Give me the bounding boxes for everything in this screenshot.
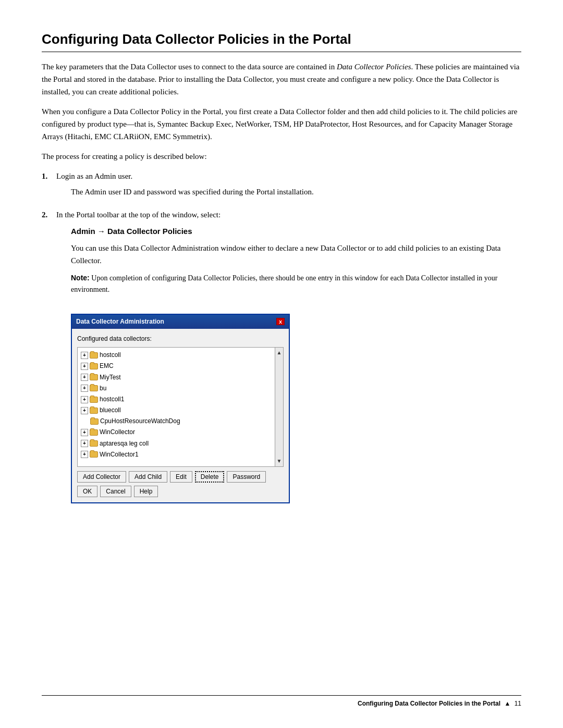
tree-label-mytest: MiyTest (100, 373, 121, 382)
page-footer: Configuring Data Collector Policies in t… (42, 695, 521, 707)
folder-icon (90, 363, 98, 369)
step-1-number: 1. (42, 170, 52, 203)
tree-expand-icon[interactable]: + (81, 429, 88, 436)
tree-label-aptaresqa: aptaresqa leg coll (100, 439, 149, 449)
tree-item-hostcoll[interactable]: + hostcoll (80, 350, 281, 361)
tree-label-bu: bu (100, 384, 106, 393)
folder-icon (90, 385, 98, 391)
tree-item-wincollector[interactable]: + WinCollector (80, 427, 281, 438)
tree-item-cpuhost[interactable]: CpuHostResourceWatchDog (80, 416, 281, 427)
add-child-button[interactable]: Add Child (129, 471, 167, 483)
folder-icon (90, 440, 98, 447)
tree-view[interactable]: + hostcoll + EMC (77, 347, 284, 467)
dialog-window: Data Collector Administration x Configur… (71, 314, 290, 503)
intro-text-before-italic: The key parameters that the Data Collect… (42, 63, 337, 71)
steps-list: 1. Login as an Admin user. The Admin use… (42, 170, 521, 503)
footer-page-number: 11 (515, 700, 521, 707)
dialog-body: Configured data collectors: + hostcoll (72, 329, 289, 502)
footer-section-name: Configuring Data Collector Policies in t… (358, 700, 500, 707)
intro-paragraph-3: The process for creating a policy is des… (42, 150, 521, 163)
step-2-text: In the Portal toolbar at the top of the … (56, 211, 221, 219)
dialog-close-button[interactable]: x (276, 318, 285, 325)
tree-item-emc[interactable]: + EMC (80, 361, 281, 372)
folder-icon (90, 397, 98, 403)
page-title: Configuring Data Collector Policies in t… (42, 31, 521, 52)
page-container: Configuring Data Collector Policies in t… (0, 0, 563, 728)
tree-expand-icon[interactable]: + (81, 363, 88, 370)
step-1: 1. Login as an Admin user. The Admin use… (42, 170, 521, 203)
note-label: Note: (71, 274, 90, 282)
password-button[interactable]: Password (227, 471, 266, 483)
tree-expand-icon[interactable]: + (81, 451, 88, 458)
tree-item-bu[interactable]: + bu (80, 383, 281, 394)
add-collector-button[interactable]: Add Collector (77, 471, 126, 483)
step-2-number: 2. (42, 208, 52, 503)
tree-expand-icon[interactable]: + (81, 407, 88, 414)
footer-triangle-icon: ▲ (504, 700, 510, 707)
folder-icon (90, 352, 98, 359)
tree-item-bluecoll[interactable]: + bluecoll (80, 405, 281, 416)
note-box: Note: Upon completion of configuring Dat… (71, 272, 521, 296)
tree-label-cpuhost: CpuHostResourceWatchDog (100, 416, 180, 426)
tree-expand-icon[interactable]: + (81, 385, 88, 392)
note-text: Upon completion of configuring Data Coll… (71, 274, 497, 293)
tree-expand-icon[interactable]: + (81, 440, 88, 447)
tree-label-bluecoll: bluecoll (100, 405, 121, 415)
folder-icon (90, 418, 99, 425)
tree-expand-icon[interactable]: + (81, 374, 88, 381)
tree-expand-icon[interactable]: + (81, 352, 88, 359)
dialog-titlebar: Data Collector Administration x (72, 315, 289, 329)
configured-label: Configured data collectors: (77, 334, 284, 344)
tree-label-emc: EMC (100, 361, 114, 371)
tree-item-mytest[interactable]: + MiyTest (80, 372, 281, 383)
tree-label-wincollector: WinCollector (100, 427, 135, 437)
edit-button[interactable]: Edit (170, 471, 192, 483)
dialog-title: Data Collector Administration (76, 317, 164, 327)
step-1-subpara: The Admin user ID and password was speci… (71, 186, 521, 198)
folder-icon (90, 408, 98, 414)
step-2-content: In the Portal toolbar at the top of the … (56, 208, 521, 503)
tree-item-hostcoll1[interactable]: + hostcoll1 (80, 394, 281, 405)
dialog-ok-row: OK Cancel Help (77, 486, 284, 497)
desc-para: You can use this Data Collector Administ… (71, 242, 521, 267)
folder-icon (90, 429, 98, 436)
tree-label-hostcoll1: hostcoll1 (100, 394, 124, 404)
tree-item-wincollector1[interactable]: + WinCollector1 (80, 449, 281, 460)
cancel-button[interactable]: Cancel (100, 486, 131, 497)
body-text: The key parameters that the Data Collect… (42, 60, 521, 503)
dialog-wrapper: Data Collector Administration x Configur… (71, 314, 290, 503)
tree-expand-icon[interactable]: + (81, 396, 88, 403)
scroll-up-icon[interactable]: ▲ (277, 349, 282, 357)
intro-italic: Data Collector Policies (337, 63, 411, 71)
tree-label-wincollector1: WinCollector1 (100, 450, 139, 460)
step-1-text: Login as an Admin user. (56, 172, 132, 180)
step-2: 2. In the Portal toolbar at the top of t… (42, 208, 521, 503)
tree-item-aptaresqa[interactable]: + aptaresqa leg coll (80, 438, 281, 449)
folder-icon (90, 374, 98, 380)
ok-button[interactable]: OK (77, 486, 97, 497)
help-button[interactable]: Help (134, 486, 158, 497)
intro-paragraph-2: When you configure a Data Collector Poli… (42, 105, 521, 143)
step-1-content: Login as an Admin user. The Admin user I… (56, 170, 521, 203)
footer-text: Configuring Data Collector Policies in t… (358, 700, 521, 707)
dialog-action-buttons: Add Collector Add Child Edit Delete Pass… (77, 471, 284, 483)
folder-icon (90, 451, 98, 458)
delete-button[interactable]: Delete (195, 471, 225, 483)
admin-arrow-heading: Admin → Data Collector Policies (71, 225, 521, 238)
tree-label-hostcoll: hostcoll (100, 350, 121, 360)
intro-paragraph-1: The key parameters that the Data Collect… (42, 60, 521, 98)
tree-scrollbar[interactable]: ▲ ▼ (275, 348, 283, 466)
scroll-down-icon[interactable]: ▼ (277, 457, 282, 465)
